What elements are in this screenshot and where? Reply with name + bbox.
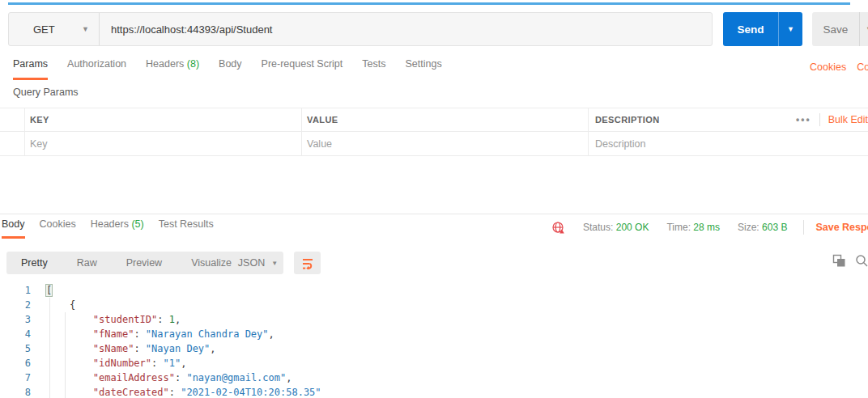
active-tab-indicator (8, 2, 850, 5)
save-button-label: Save (812, 12, 859, 46)
table-header-row: KEY VALUE DESCRIPTION ••• Bulk Edit (0, 108, 868, 132)
code-line: 2 { (0, 298, 868, 312)
postman-window: GET ▼ https://localhost:44393/api/Studen… (0, 0, 868, 398)
request-links: Cookies Code (810, 61, 868, 73)
bulk-edit-link[interactable]: Bulk Edit (828, 114, 868, 125)
chevron-down-icon: ▼ (82, 25, 89, 33)
line-number: 3 (0, 312, 31, 327)
checkbox-column-header (0, 108, 25, 131)
code-lines: 1[2 {3 "studentID": 1,4 "fName": "Naraya… (0, 283, 868, 398)
send-button[interactable]: Send ▼ (723, 12, 802, 46)
response-body-viewer[interactable]: 1[2 {3 "studentID": 1,4 "fName": "Naraya… (0, 283, 868, 398)
more-options-icon[interactable]: ••• (796, 114, 811, 125)
view-preview[interactable]: Preview (112, 252, 177, 274)
tab-headers[interactable]: Headers (8) (146, 58, 199, 80)
response-tab-body[interactable]: Body (2, 218, 25, 239)
table-row: Key Value Description (0, 132, 868, 156)
format-label: JSON (238, 257, 265, 269)
status-group: Status: 200 OK (583, 222, 649, 233)
tab-authorization[interactable]: Authorization (67, 58, 126, 80)
save-options-chevron-icon[interactable]: ▼ (860, 12, 868, 46)
tab-pre-request-script[interactable]: Pre-request Script (262, 58, 343, 80)
line-number: 6 (0, 356, 31, 370)
code-line: 3 "studentID": 1, (0, 312, 868, 327)
line-number: 4 (0, 327, 31, 341)
code-line: 8 "dateCreated": "2021-02-04T10:20:58.35… (0, 385, 868, 398)
headers-count-badge: (8) (187, 58, 199, 70)
code-line: 5 "sName": "Nayan Dey", (0, 341, 868, 356)
response-section-divider (0, 214, 868, 214)
response-headers-count-badge: (5) (131, 218, 143, 230)
line-number: 8 (0, 385, 31, 398)
network-error-globe-icon[interactable] (551, 221, 565, 235)
line-number: 1 (0, 283, 31, 298)
code-link[interactable]: Code (857, 61, 868, 73)
response-meta: Status: 200 OK Time: 28 ms Size: 603 B S… (551, 220, 868, 235)
url-input[interactable]: https://localhost:44393/api/Student (100, 13, 712, 45)
indent-guide (65, 312, 66, 398)
wrap-text-icon (301, 256, 314, 269)
request-tabs: Params Authorization Headers (8) Body Pr… (13, 58, 442, 80)
table-actions: ••• Bulk Edit (796, 113, 868, 126)
response-tab-test-results[interactable]: Test Results (159, 218, 214, 239)
response-tab-headers[interactable]: Headers (5) (91, 218, 144, 239)
status-value: 200 OK (616, 222, 649, 233)
key-column-header: KEY (25, 108, 302, 131)
description-column-header: DESCRIPTION ••• Bulk Edit (589, 108, 868, 131)
code-line: 4 "fName": "Narayan Chandra Dey", (0, 327, 868, 341)
cookies-link[interactable]: Cookies (810, 61, 846, 73)
value-input[interactable]: Value (302, 132, 589, 155)
time-group: Time: 28 ms (666, 222, 720, 233)
row-checkbox-cell[interactable] (0, 132, 25, 155)
query-params-table: KEY VALUE DESCRIPTION ••• Bulk Edit Key … (0, 108, 868, 156)
response-tabs: Body Cookies Headers (5) Test Results (2, 218, 214, 239)
description-input[interactable]: Description (589, 132, 868, 155)
response-view-switcher: Pretty Raw Preview Visualize (6, 252, 246, 274)
chevron-down-icon: ▼ (271, 260, 278, 267)
view-raw[interactable]: Raw (62, 252, 112, 274)
method-dropdown[interactable]: GET ▼ (9, 13, 100, 45)
view-pretty[interactable]: Pretty (6, 252, 62, 274)
tab-tests[interactable]: Tests (362, 58, 385, 80)
send-options-chevron-icon[interactable]: ▼ (779, 12, 802, 46)
copy-icon[interactable] (832, 254, 846, 268)
indent-guide (49, 298, 50, 398)
size-group: Size: 603 B (738, 222, 787, 233)
code-line: 1[ (0, 283, 868, 298)
divider (803, 220, 804, 235)
request-url-bar: GET ▼ https://localhost:44393/api/Studen… (8, 12, 713, 46)
response-tab-cookies[interactable]: Cookies (40, 218, 76, 239)
value-column-header: VALUE (302, 108, 589, 131)
save-response-button[interactable]: Save Response (815, 222, 868, 233)
line-number: 2 (0, 298, 31, 312)
format-dropdown[interactable]: JSON ▼ (232, 252, 283, 274)
code-line: 7 "emailAddress": "nayan@gmail.com", (0, 370, 868, 385)
send-button-label: Send (723, 12, 778, 46)
tab-settings[interactable]: Settings (405, 58, 441, 80)
key-input[interactable]: Key (25, 132, 302, 155)
wrap-text-button[interactable] (294, 252, 321, 274)
response-toolbar-icons (832, 254, 868, 268)
query-params-title: Query Params (13, 87, 79, 98)
save-button[interactable]: Save ▼ (812, 12, 868, 46)
tab-body[interactable]: Body (219, 58, 242, 80)
method-label: GET (33, 23, 55, 36)
code-line: 6 "idNumber": "1", (0, 356, 868, 370)
size-value: 603 B (762, 222, 787, 233)
divider (819, 113, 820, 126)
line-number: 5 (0, 341, 31, 356)
search-icon[interactable] (855, 254, 868, 268)
time-value: 28 ms (693, 222, 720, 233)
line-number: 7 (0, 370, 31, 385)
tab-params[interactable]: Params (13, 58, 48, 80)
